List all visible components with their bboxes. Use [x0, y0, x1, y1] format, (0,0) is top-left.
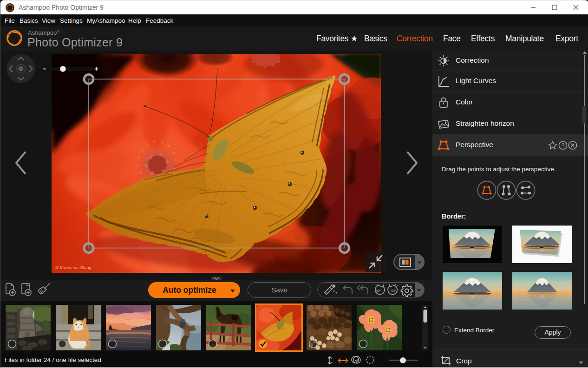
- svg-text:90°: 90°: [391, 289, 396, 293]
- svg-text:90°: 90°: [376, 289, 381, 293]
- svg-text:© Katharina Stang: © Katharina Stang: [55, 265, 91, 270]
- svg-text:?: ?: [562, 142, 564, 148]
